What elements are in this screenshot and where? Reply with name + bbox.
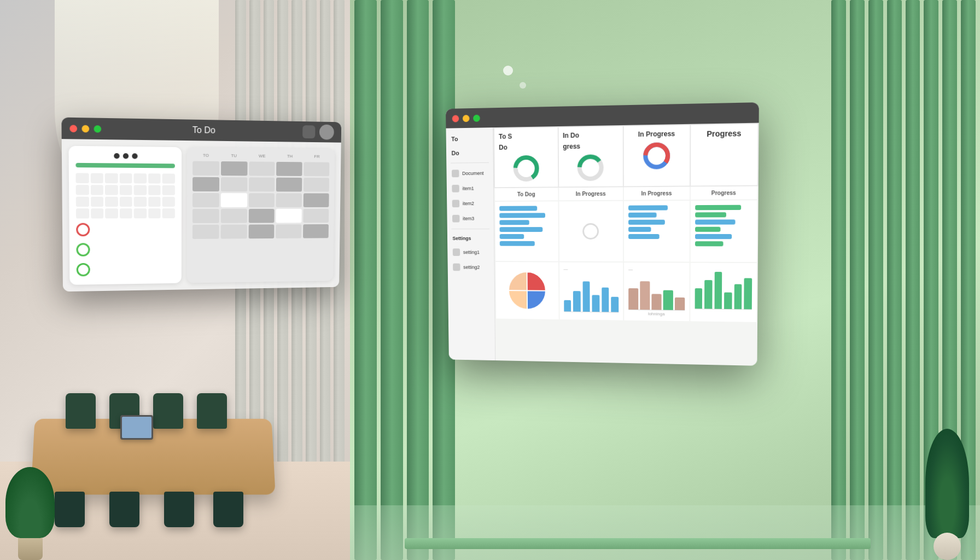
grid-cell[interactable]	[304, 178, 329, 192]
cal-cell[interactable]	[90, 173, 103, 184]
cal-cell[interactable]	[90, 185, 103, 195]
dash-tl-green[interactable]	[473, 114, 480, 121]
chair	[66, 393, 96, 429]
sidebar-item-1[interactable]: item1	[447, 181, 494, 195]
cal-cell[interactable]	[119, 173, 132, 183]
dash-tl-red[interactable]	[452, 115, 459, 122]
todo-item-3[interactable]	[77, 263, 90, 277]
sidebar-item-setting2[interactable]: setting2	[448, 260, 494, 275]
bar-v-item	[663, 290, 673, 310]
cal-cell[interactable]	[162, 185, 175, 195]
cal-cell[interactable]	[134, 197, 147, 207]
bar-v-item	[724, 293, 732, 309]
cal-cell[interactable]	[105, 208, 118, 218]
grid-cell[interactable]	[276, 162, 302, 176]
cal-cell[interactable]	[105, 173, 118, 184]
grid-cell[interactable]	[276, 224, 301, 238]
bar-v-item	[592, 295, 600, 312]
dash-col-2-header: In Do gress	[558, 126, 623, 186]
todo-item-1[interactable]	[76, 223, 90, 237]
grid-cell[interactable]	[192, 209, 219, 223]
bar-chart-cell-3	[624, 201, 689, 262]
sidebar-setting1-label: setting1	[463, 249, 480, 255]
grid-cell[interactable]	[192, 225, 219, 239]
cal-cell[interactable]	[162, 208, 175, 218]
grid-cell[interactable]	[192, 161, 219, 176]
sidebar-item-to[interactable]: To	[446, 132, 493, 145]
cal-cell[interactable]	[162, 173, 175, 183]
cal-cell[interactable]	[76, 185, 89, 195]
cal-cell[interactable]	[91, 208, 104, 218]
grid-cell[interactable]	[276, 178, 302, 192]
cal-cell[interactable]	[120, 197, 132, 207]
green-slat	[868, 0, 883, 560]
cal-cell[interactable]	[120, 208, 132, 218]
traffic-light-yellow[interactable]	[81, 125, 89, 132]
cal-cell[interactable]	[148, 197, 161, 207]
col3-title: In Progress	[638, 130, 675, 138]
grid-cell[interactable]	[249, 177, 275, 191]
cal-cell[interactable]	[148, 208, 161, 218]
grid-cell[interactable]	[303, 224, 329, 238]
traffic-light-green[interactable]	[94, 125, 102, 133]
grid-cell[interactable]	[220, 209, 247, 223]
cal-cell[interactable]	[148, 173, 161, 183]
status-cell-2: In Progress	[559, 187, 623, 200]
cal-cell[interactable]	[105, 185, 118, 195]
traffic-light-red[interactable]	[69, 125, 77, 132]
bar-v-item	[640, 281, 650, 310]
grid-cell[interactable]	[248, 224, 275, 238]
grid-cell[interactable]	[248, 209, 275, 223]
todo-item-2[interactable]	[76, 243, 90, 256]
grid-cell[interactable]	[220, 225, 247, 239]
cal-dot	[123, 153, 129, 159]
bar-v-item	[704, 280, 712, 309]
grid-cell[interactable]	[304, 209, 329, 223]
grid-cell[interactable]	[304, 162, 329, 176]
todo-items	[76, 223, 175, 276]
grid-cell[interactable]	[221, 193, 247, 207]
cal-cell[interactable]	[120, 185, 132, 195]
sidebar-divider	[451, 162, 489, 164]
svg-point-2	[520, 162, 533, 175]
cal-cell[interactable]	[134, 208, 147, 218]
grid-cell[interactable]	[221, 161, 247, 176]
cal-dot	[132, 153, 137, 159]
cal-cell[interactable]	[91, 197, 104, 207]
cal-cell[interactable]	[76, 208, 89, 218]
status-label-1: To Dog	[517, 191, 535, 197]
float-dot	[520, 82, 526, 89]
sidebar-item-document[interactable]: Document	[446, 166, 493, 181]
bar-item	[628, 213, 656, 218]
cal-cell[interactable]	[134, 185, 147, 195]
todo-avatar[interactable]	[319, 125, 334, 140]
sidebar-item-setting1[interactable]: setting1	[447, 246, 494, 260]
sidebar-item-do[interactable]: Do	[446, 146, 493, 160]
sidebar-item-3[interactable]: item3	[447, 212, 493, 226]
chair	[55, 492, 85, 527]
grid-cell[interactable]	[249, 161, 275, 176]
grid-cell[interactable]	[276, 193, 302, 207]
grid-cell[interactable]	[221, 177, 247, 191]
bar-item	[499, 227, 542, 232]
bar-chart-cell-1	[495, 201, 558, 261]
grid-cell[interactable]	[304, 193, 329, 207]
dash-tl-yellow[interactable]	[463, 115, 470, 122]
cal-cell[interactable]	[76, 197, 89, 207]
grid-cell[interactable]	[192, 193, 219, 207]
grid-cell[interactable]	[249, 193, 275, 207]
sidebar-item-settings[interactable]: Settings	[447, 232, 494, 244]
todo-widget-icon[interactable]	[302, 125, 315, 138]
cal-cell[interactable]	[162, 197, 175, 207]
bar-v-item	[675, 298, 685, 310]
bar-v-item	[611, 297, 619, 312]
list-icon	[452, 185, 459, 192]
cal-cell[interactable]	[134, 173, 147, 183]
cal-cell[interactable]	[105, 197, 118, 207]
green-slat	[407, 0, 429, 560]
sidebar-item-2[interactable]: item2	[447, 196, 494, 211]
grid-cell[interactable]	[192, 177, 219, 191]
cal-cell[interactable]	[76, 173, 89, 183]
grid-cell[interactable]	[276, 209, 302, 223]
cal-cell[interactable]	[148, 185, 161, 195]
